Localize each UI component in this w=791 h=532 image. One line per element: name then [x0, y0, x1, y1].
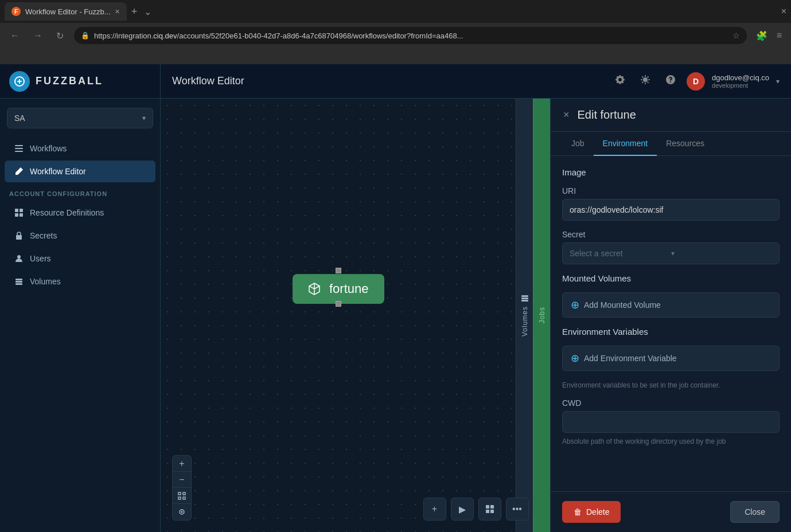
- fortune-node[interactable]: fortune: [293, 271, 384, 304]
- svg-rect-16: [486, 505, 489, 508]
- svg-rect-15: [521, 300, 528, 302]
- workspace-chevron-icon: ▾: [142, 114, 146, 122]
- zoom-center-button[interactable]: [173, 504, 191, 520]
- volumes-panel-tab[interactable]: Volumes: [516, 99, 533, 532]
- sidebar-item-secrets-label: Secrets: [30, 231, 57, 240]
- sidebar-item-workflows[interactable]: Workflows: [5, 138, 155, 159]
- tab-overflow-button[interactable]: ⌄: [144, 6, 151, 17]
- tab-title: Workflow Editor - Fuzzb...: [25, 7, 111, 16]
- sidebar-item-workflow-editor[interactable]: Workflow Editor: [5, 161, 155, 182]
- add-mounted-volume-icon: ⊕: [571, 299, 579, 311]
- svg-rect-13: [521, 295, 528, 297]
- edit-panel-footer: 🗑 Delete Close: [551, 491, 791, 532]
- uri-input[interactable]: [562, 199, 780, 221]
- svg-rect-7: [20, 213, 23, 217]
- close-button[interactable]: Close: [730, 501, 780, 523]
- svg-rect-3: [15, 151, 23, 152]
- window-close-button[interactable]: ×: [781, 6, 786, 17]
- url-path: /accounts/52f20e61-b040-42d7-a8d6-4a7c68…: [177, 32, 463, 40]
- security-icon: 🔒: [81, 32, 89, 40]
- theme-button[interactable]: [636, 71, 654, 92]
- cwd-description: Absolute path of the working directory u…: [562, 437, 780, 445]
- secret-select[interactable]: Select a secret ▾: [562, 242, 780, 264]
- svg-rect-8: [16, 235, 22, 240]
- sidebar-item-secrets[interactable]: Secrets: [5, 225, 155, 247]
- svg-rect-1: [15, 145, 23, 146]
- sidebar-content: SA ▾ Workflows Workflow Editor ACCOUNT C…: [0, 99, 160, 532]
- sidebar-item-volumes[interactable]: Volumes: [5, 271, 155, 292]
- sidebar-item-users[interactable]: Users: [5, 248, 155, 269]
- settings-button[interactable]: [611, 71, 629, 92]
- editor-canvas[interactable]: Volumes Jobs fortune: [161, 99, 791, 532]
- svg-rect-5: [20, 209, 23, 212]
- zoom-fit-button[interactable]: [173, 488, 191, 504]
- address-bar[interactable]: 🔒 https://integration.ciq.dev/accounts/5…: [74, 27, 747, 44]
- svg-rect-17: [490, 505, 494, 508]
- add-mounted-volume-button[interactable]: ⊕ Add Mounted Volume: [562, 292, 780, 318]
- jobs-panel-tab[interactable]: Jobs: [533, 99, 550, 532]
- topbar: Workflow Editor D dgodlove@ciq.co develo…: [161, 64, 791, 99]
- svg-rect-2: [15, 148, 23, 149]
- new-tab-button[interactable]: +: [129, 3, 140, 20]
- svg-rect-19: [490, 510, 494, 513]
- tab-resources[interactable]: Resources: [657, 132, 714, 156]
- browser-tab-active[interactable]: F Workflow Editor - Fuzzb... ×: [5, 2, 127, 21]
- delete-icon: 🗑: [574, 507, 582, 517]
- refresh-button[interactable]: ↻: [53, 28, 67, 44]
- logo-text: FUZZBALL: [36, 75, 103, 87]
- browser-menu-button[interactable]: ≡: [774, 28, 784, 43]
- workflow-editor-icon: [14, 166, 24, 177]
- help-button[interactable]: [661, 71, 680, 92]
- extensions-button[interactable]: 🧩: [754, 28, 770, 44]
- svg-rect-11: [15, 281, 22, 283]
- secret-label: Secret: [562, 230, 780, 239]
- canvas-add-button[interactable]: +: [423, 498, 446, 521]
- add-env-variable-button[interactable]: ⊕ Add Environment Variable: [562, 346, 780, 371]
- svg-rect-4: [15, 209, 18, 212]
- sidebar-item-resource-definitions[interactable]: Resource Definitions: [5, 202, 155, 224]
- node-box[interactable]: fortune: [293, 274, 384, 304]
- svg-rect-23: [183, 497, 185, 499]
- svg-rect-10: [15, 279, 22, 280]
- tab-close-button[interactable]: ×: [115, 7, 120, 16]
- add-mounted-volume-label: Add Mounted Volume: [584, 300, 661, 310]
- workspace-selector[interactable]: SA ▾: [7, 108, 153, 128]
- workspace-name: SA: [14, 114, 142, 123]
- sidebar-item-volumes-label: Volumes: [30, 277, 61, 286]
- svg-point-25: [181, 511, 182, 513]
- tab-environment[interactable]: Environment: [594, 132, 657, 156]
- delete-button[interactable]: 🗑 Delete: [562, 501, 621, 523]
- volumes-icon: [14, 276, 24, 287]
- node-anchor-top: [336, 268, 341, 273]
- add-env-variable-icon: ⊕: [571, 352, 579, 365]
- zoom-in-button[interactable]: +: [173, 456, 191, 472]
- add-env-variable-label: Add Environment Variable: [584, 354, 677, 363]
- sidebar-item-workflow-editor-label: Workflow Editor: [30, 167, 86, 176]
- workflows-icon: [14, 143, 24, 154]
- forward-button[interactable]: →: [30, 28, 46, 43]
- bookmark-icon[interactable]: ☆: [732, 31, 740, 40]
- svg-point-9: [17, 255, 21, 259]
- zoom-out-button[interactable]: −: [173, 472, 191, 488]
- svg-rect-12: [15, 283, 22, 285]
- back-button[interactable]: ←: [7, 28, 23, 43]
- secret-placeholder: Select a secret: [570, 249, 671, 258]
- edit-panel-close-button[interactable]: ×: [562, 108, 571, 122]
- canvas-more-button[interactable]: •••: [506, 498, 529, 521]
- resource-definitions-icon: [14, 208, 24, 218]
- canvas-play-button[interactable]: ▶: [451, 498, 474, 521]
- user-menu-chevron-icon[interactable]: ▾: [776, 77, 780, 85]
- edit-panel-tabs: Job Environment Resources: [551, 132, 791, 156]
- svg-rect-20: [178, 492, 181, 495]
- sidebar-item-workflows-label: Workflows: [30, 144, 67, 153]
- svg-rect-22: [178, 497, 181, 499]
- cwd-input[interactable]: [562, 411, 780, 433]
- volumes-tab-label: Volumes: [521, 306, 529, 337]
- canvas-grid-button[interactable]: [478, 498, 501, 521]
- user-avatar[interactable]: D: [687, 72, 705, 91]
- tab-job[interactable]: Job: [562, 132, 594, 156]
- main-content: Workflow Editor D dgodlove@ciq.co develo…: [161, 64, 791, 532]
- edit-panel-body: Image URI Secret Select a secret ▾ Mount…: [551, 156, 791, 491]
- env-variables-title: Environment Variables: [562, 327, 780, 337]
- edit-panel: × Edit fortune Job Environment Resources…: [550, 99, 791, 532]
